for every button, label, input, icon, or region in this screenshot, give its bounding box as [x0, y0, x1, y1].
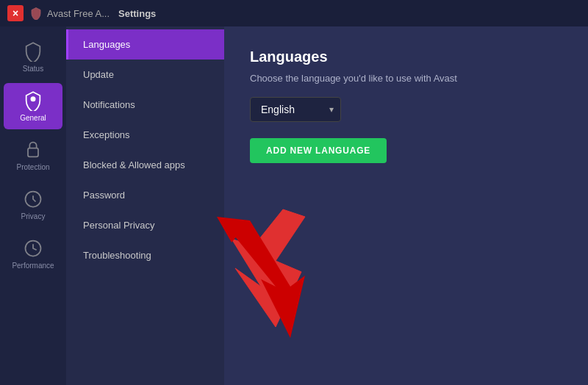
content-subtitle: Choose the language you'd like to use wi…	[250, 73, 562, 84]
app-body: Status General Protection Privacy	[0, 26, 588, 385]
nav-item-blocked-allowed[interactable]: Blocked & Allowed apps	[66, 150, 224, 180]
close-button[interactable]: ×	[7, 5, 24, 21]
svg-rect-1	[28, 148, 38, 157]
add-language-button[interactable]: ADD NEW LANGUAGE	[250, 138, 387, 163]
nav-item-exceptions[interactable]: Exceptions	[66, 120, 224, 150]
nav-item-troubleshooting[interactable]: Troubleshooting	[66, 240, 224, 270]
language-select-wrap: English French German Spanish Italian Po…	[250, 97, 341, 122]
settings-title: Settings	[118, 8, 156, 19]
nav-item-password[interactable]: Password	[66, 180, 224, 210]
sidebar-item-privacy[interactable]: Privacy	[4, 181, 62, 228]
nav-menu: Languages Update Notifications Exception…	[66, 26, 224, 385]
nav-item-update[interactable]: Update	[66, 60, 224, 90]
sidebar-item-general[interactable]: General	[4, 83, 62, 129]
sidebar-item-protection[interactable]: Protection	[4, 132, 62, 179]
nav-item-personal-privacy[interactable]: Personal Privacy	[66, 210, 224, 240]
sidebar-general-label: General	[20, 114, 46, 122]
page-title: Languages	[250, 48, 562, 65]
main-content: Languages Choose the language you'd like…	[224, 26, 588, 385]
app-logo: Avast Free A...	[29, 7, 110, 20]
sidebar-privacy-label: Privacy	[21, 212, 46, 220]
nav-item-languages[interactable]: Languages	[66, 29, 224, 60]
sidebar-performance-label: Performance	[12, 262, 54, 270]
sidebar-protection-label: Protection	[16, 163, 49, 171]
svg-point-0	[31, 96, 36, 101]
language-select[interactable]: English French German Spanish Italian Po…	[250, 97, 341, 122]
title-bar: × Avast Free A... Settings	[0, 0, 588, 26]
sidebar-status-label: Status	[23, 65, 43, 73]
sidebar-icons: Status General Protection Privacy	[0, 26, 66, 385]
sidebar-item-performance[interactable]: Performance	[4, 231, 62, 277]
app-name: Avast Free A...	[47, 8, 110, 19]
sidebar-item-status[interactable]: Status	[4, 34, 62, 80]
nav-item-notifications[interactable]: Notifications	[66, 90, 224, 120]
